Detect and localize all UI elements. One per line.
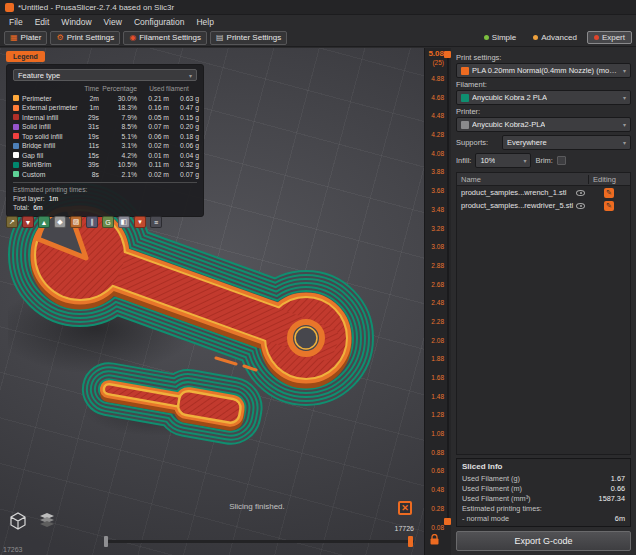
mode-button[interactable]: Advanced	[526, 31, 584, 44]
feature-used-m: 0.21 m	[139, 95, 169, 102]
moves-max-label: 17726	[395, 525, 414, 532]
menu-item[interactable]: Edit	[29, 17, 56, 27]
supports-select[interactable]: Everywhere ▾	[502, 135, 631, 150]
sliced-info-label: Used Filament (m)	[462, 484, 522, 493]
layer-slider-upper-handle[interactable]	[444, 51, 451, 58]
feature-label: Gap fill	[22, 152, 43, 159]
hslider-left-handle[interactable]	[104, 536, 108, 547]
status-message: Slicing finished.	[0, 502, 424, 511]
first-layer-label: First layer:	[13, 195, 45, 202]
feature-label: Perimeter	[22, 95, 51, 102]
hslider-right-handle[interactable]	[408, 536, 413, 547]
settings-tab[interactable]: ⚙ Print Settings	[50, 31, 120, 45]
menu-item[interactable]: File	[3, 17, 29, 27]
sliced-info-panel: Sliced Info Used Filament (g) 1.67 Used …	[456, 458, 631, 527]
current-layer-height: 5.08	[428, 49, 444, 58]
feature-used-m: 0.06 m	[139, 133, 169, 140]
feature-label: Top solid infill	[22, 133, 62, 140]
layer-tick: 3.88	[425, 163, 444, 182]
preview-option-icon[interactable]: ▲	[38, 216, 50, 228]
preview-option-icon[interactable]: ≡	[150, 216, 162, 228]
preview-option-icon[interactable]: G	[102, 216, 114, 228]
legend-row: External perimeter 1m 18.3% 0.16 m 0.47 …	[13, 103, 197, 113]
preview-option-icon[interactable]: ↗	[6, 216, 18, 228]
menu-item[interactable]: Help	[190, 17, 219, 27]
feature-time: 19s	[81, 133, 99, 140]
edit-icon[interactable]: ✎	[604, 188, 614, 198]
preview-option-icon[interactable]: ▨	[70, 216, 82, 228]
menu-item[interactable]: Window	[55, 17, 97, 27]
sliced-info-row: Used Filament (mm³) 1587.34	[462, 493, 625, 503]
layer-slider-track[interactable]	[447, 54, 449, 521]
editor-view-button[interactable]	[6, 509, 30, 533]
chevron-down-icon: ▾	[623, 67, 626, 74]
feature-used-m: 0.02 m	[139, 142, 169, 149]
supports-value: Everywhere	[507, 138, 547, 147]
view-type-select[interactable]: Feature type ▾	[13, 69, 197, 81]
layer-tick: 4.08	[425, 145, 444, 164]
preview-option-icon[interactable]: ◧	[118, 216, 130, 228]
brim-checkbox[interactable]	[557, 156, 566, 165]
tab-label: Print Settings	[67, 33, 115, 42]
mode-button[interactable]: Expert	[587, 31, 632, 44]
edit-icon[interactable]: ✎	[604, 201, 614, 211]
feature-used-g: 0.06 g	[171, 142, 199, 149]
app-icon	[5, 3, 14, 12]
preview-option-icon[interactable]: ▾	[134, 216, 146, 228]
feature-used-m: 0.02 m	[139, 171, 169, 178]
tab-icon: ▤	[216, 34, 224, 42]
menu-item[interactable]: Configuration	[128, 17, 191, 27]
legend-row: Top solid infill 19s 5.1% 0.06 m 0.18 g	[13, 132, 197, 142]
menu-item[interactable]: View	[98, 17, 128, 27]
printer-select[interactable]: Anycubic Kobra2-PLA ▾	[456, 117, 631, 132]
object-row[interactable]: product_samples...wrench_1.stl ✎	[457, 186, 630, 199]
legend-rows: Perimeter 2m 30.0% 0.21 m 0.63 g Externa…	[13, 94, 197, 180]
settings-tab[interactable]: ◉ Filament Settings	[123, 31, 207, 45]
preview-option-icon[interactable]: ▼	[22, 216, 34, 228]
eye-icon[interactable]	[576, 190, 585, 196]
mode-label: Expert	[602, 33, 625, 42]
hslider-track[interactable]	[104, 540, 414, 543]
preview-option-icon[interactable]: ∥	[86, 216, 98, 228]
feature-color-chip	[13, 143, 19, 149]
object-row[interactable]: product_samples...rewdriver_5.stl ✎	[457, 199, 630, 212]
print-settings-select[interactable]: PLA 0.20mm Normal(0.4mm Nozzle) (modifie…	[456, 63, 631, 78]
export-gcode-button[interactable]: Export G-code	[456, 531, 631, 551]
feature-time: 39s	[81, 161, 99, 168]
feature-percentage: 3.1%	[101, 142, 137, 149]
settings-sidebar: Print settings: PLA 0.20mm Normal(0.4mm …	[451, 48, 636, 555]
feature-percentage: 30.0%	[101, 95, 137, 102]
feature-percentage: 5.1%	[101, 133, 137, 140]
view-type-value: Feature type	[18, 71, 60, 80]
first-layer-value: 1m	[49, 195, 58, 202]
tab-label: Plater	[21, 33, 42, 42]
filament-select[interactable]: Anycubic Kobra 2 PLA ▾	[456, 90, 631, 105]
settings-tab[interactable]: ▦ Plater	[4, 31, 47, 45]
estimated-times-title: Estimated printing times:	[13, 186, 197, 193]
object-name: product_samples...wrench_1.stl	[457, 188, 576, 197]
layer-tick: 3.48	[425, 201, 444, 220]
layer-tick: 1.28	[425, 406, 444, 425]
preview-option-icon[interactable]: ◆	[54, 216, 66, 228]
settings-tab[interactable]: ▤ Printer Settings	[210, 31, 287, 45]
sliced-info-value: 0.66	[611, 484, 625, 493]
current-layer-index: (25)	[425, 58, 444, 67]
preview-view-button[interactable]	[35, 509, 59, 533]
preview-3d-viewport[interactable]: Legend Feature type ▾ Time Percentage Us…	[0, 48, 424, 555]
feature-used-g: 0.20 g	[171, 123, 199, 130]
feature-time: 31s	[81, 123, 99, 130]
mode-button[interactable]: Simple	[477, 31, 523, 44]
infill-select[interactable]: 10% ▾	[475, 153, 531, 168]
layer-tick: 1.48	[425, 388, 444, 407]
prusaslicer-window: *Untitled - PrusaSlicer-2.7.4 based on S…	[0, 0, 636, 555]
object-name: product_samples...rewdriver_5.stl	[457, 201, 576, 210]
eye-icon[interactable]	[576, 203, 585, 209]
horizontal-moves-slider[interactable]: 17726	[104, 533, 414, 548]
feature-time: 29s	[81, 114, 99, 121]
lock-icon[interactable]	[430, 531, 439, 549]
legend-toggle-button[interactable]: Legend	[6, 51, 45, 62]
layer-tick: 0.88	[425, 444, 444, 463]
close-notification-button[interactable]: ✕	[398, 501, 412, 515]
print-settings-label: Print settings:	[456, 53, 631, 62]
layer-slider-lower-handle[interactable]	[444, 518, 451, 525]
